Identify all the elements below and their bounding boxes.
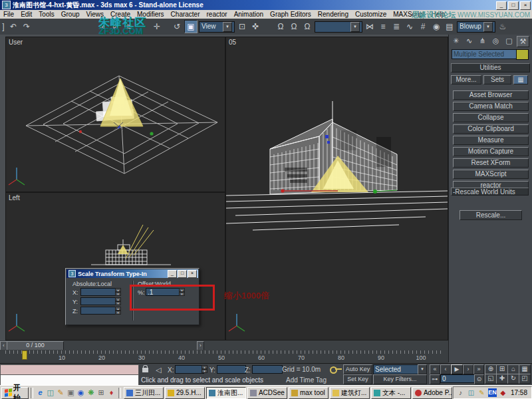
menu-rendering[interactable]: Rendering	[315, 11, 352, 18]
quicklaunch-media-icon[interactable]: ◉	[76, 388, 85, 398]
zoom-region-icon[interactable]: ◱	[485, 374, 497, 384]
percent-snap-icon[interactable]: Ω	[301, 21, 313, 33]
time-forward-icon[interactable]: ›	[197, 341, 204, 350]
layer-manager-icon[interactable]: ≣	[390, 21, 402, 33]
menu-create[interactable]: Create	[107, 11, 134, 18]
maximize-viewport-icon[interactable]: ◰	[519, 374, 531, 384]
key-mode-icon[interactable]: ⊶	[430, 374, 440, 384]
task-button-jianzhudeng[interactable]: 建筑灯...	[330, 387, 370, 399]
menu-views[interactable]: Views	[83, 11, 108, 18]
absolute-z-field[interactable]	[80, 307, 118, 315]
named-selection-dropdown[interactable]: ▼	[315, 21, 362, 33]
task-button-adobe[interactable]: Adobe P...	[412, 387, 452, 399]
quick-render-icon[interactable]: ♨	[497, 21, 509, 33]
more-button[interactable]: More...	[451, 75, 481, 84]
menu-graph-editors[interactable]: Graph Editors	[267, 11, 315, 18]
zoom-icon[interactable]: ⊕	[485, 364, 497, 374]
chevron-down-icon[interactable]: ▼	[223, 22, 232, 32]
add-time-tag[interactable]: Add Time Tag	[286, 376, 327, 384]
maximize-icon[interactable]: □	[508, 1, 519, 10]
z-coord-field[interactable]	[252, 365, 283, 374]
task-button-huainan-active[interactable]: 淮南图...	[206, 387, 246, 399]
maxscript-listener-macro[interactable]	[0, 364, 139, 375]
curve-editor-icon[interactable]: ∿	[404, 21, 416, 33]
camera-match-button[interactable]: Camera Match	[453, 102, 529, 111]
dialog-minimize-icon[interactable]: _	[168, 270, 177, 278]
render-type-dropdown[interactable]: Blowup ▼	[457, 21, 495, 33]
arc-rotate-icon[interactable]: ↻	[507, 374, 519, 384]
zoom-all-icon[interactable]: ⊞	[496, 364, 508, 374]
align-icon[interactable]: ≡	[377, 21, 389, 33]
menu-customize[interactable]: Customize	[352, 11, 390, 18]
create-tab-icon[interactable]: ✳	[450, 36, 462, 46]
go-to-end-icon[interactable]: »	[473, 364, 484, 374]
viewport-user[interactable]: User	[5, 37, 225, 192]
utilities-tab-icon[interactable]: ⚒	[517, 36, 529, 47]
task-button-29-5-h[interactable]: 29.5.H...	[165, 387, 205, 399]
minimize-icon[interactable]: _	[496, 1, 507, 10]
quicklaunch-alert-icon[interactable]: ♦	[107, 388, 116, 398]
absolute-y-field[interactable]	[80, 297, 118, 305]
menu-group[interactable]: Group	[58, 11, 83, 18]
dialog-close-icon[interactable]: ×	[188, 270, 197, 278]
quicklaunch-tools-icon[interactable]: ⊞	[97, 388, 106, 398]
motion-capture-button[interactable]: Motion Capture	[453, 147, 529, 156]
unlink-icon[interactable]: ⊘	[110, 21, 122, 33]
quicklaunch-ie-icon[interactable]: e	[36, 388, 45, 398]
select-manipulate-icon[interactable]: ✜	[249, 21, 261, 33]
zoom-extents-all-icon[interactable]: ▦	[519, 364, 531, 374]
angle-snap-icon[interactable]: Ω	[288, 21, 300, 33]
absolute-x-field[interactable]	[80, 288, 118, 296]
bind-spacewarp-icon[interactable]: ≋	[123, 21, 135, 33]
sets-button[interactable]: Sets	[483, 75, 511, 84]
quicklaunch-desktop-icon[interactable]: ◫	[46, 388, 55, 398]
material-editor-icon[interactable]: ◉	[430, 21, 442, 33]
chevron-down-icon[interactable]: ▼	[418, 364, 427, 374]
modify-tab-icon[interactable]: ∿	[464, 36, 475, 46]
play-icon[interactable]: ▶	[451, 364, 463, 374]
reference-coordsys-dropdown[interactable]: View ▼	[199, 21, 235, 33]
go-to-start-icon[interactable]: «	[430, 364, 440, 374]
time-config-icon[interactable]: ⊙	[474, 374, 484, 384]
track-bar-playhead[interactable]	[22, 350, 27, 360]
antivirus-icon[interactable]: ◆	[499, 388, 507, 397]
dialog-title-bar[interactable]: 3 Scale Transform Type-In _ □ ×	[66, 269, 198, 278]
dialog-maximize-icon[interactable]: □	[178, 270, 187, 278]
absolute-y-spinner[interactable]: ▴▾	[115, 297, 121, 305]
menu-modifiers[interactable]: Modifiers	[134, 11, 168, 18]
set-key-button[interactable]: Set Key	[343, 374, 372, 384]
mirror-icon[interactable]: ⋈	[364, 21, 376, 33]
key-filters-button[interactable]: Key Filters...	[373, 374, 427, 384]
quicklaunch-messenger-icon[interactable]: ❋	[86, 388, 95, 398]
viewport-camera-label[interactable]: 05	[229, 39, 236, 46]
toolbar-handle[interactable]: ]	[1, 21, 6, 33]
select-scale-icon[interactable]: ▣	[184, 20, 198, 33]
sets-list-icon[interactable]: ▦	[513, 75, 528, 84]
close-icon[interactable]: ×	[520, 1, 531, 10]
absolute-offset-mode-icon[interactable]: ◁	[156, 366, 161, 374]
next-frame-icon[interactable]: ›	[463, 364, 473, 374]
selection-name-field[interactable]: Multiple Selected	[452, 49, 517, 59]
render-scene-icon[interactable]: ▤	[444, 21, 456, 33]
selection-lock-icon[interactable]	[142, 368, 148, 372]
x-coord-field[interactable]	[175, 365, 204, 374]
language-indicator[interactable]: EN	[488, 388, 497, 397]
selected-dropdown[interactable]: Selected	[373, 364, 421, 374]
zoom-extents-icon[interactable]: ⌂	[507, 364, 519, 374]
menu-animation[interactable]: Animation	[231, 11, 267, 18]
y-coord-field[interactable]	[217, 365, 246, 374]
color-clipboard-button[interactable]: Color Clipboard	[453, 124, 529, 134]
pan-icon[interactable]: ✚	[496, 374, 508, 384]
select-rotate-icon[interactable]: ↺	[171, 21, 183, 33]
auto-key-button[interactable]: Auto Key	[343, 364, 372, 374]
menu-edit[interactable]: Edit	[17, 11, 35, 18]
viewport-user-label[interactable]: User	[9, 39, 23, 46]
asset-browser-button[interactable]: Asset Browser	[453, 90, 529, 100]
hierarchy-tab-icon[interactable]: ⋔	[477, 36, 488, 46]
rescale-rollout-header[interactable]: -Rescale World Units	[451, 188, 529, 196]
snap-toggle-icon[interactable]: Ω	[275, 21, 287, 33]
measure-button[interactable]: Measure	[453, 136, 529, 145]
network-icon[interactable]: ◫	[467, 388, 475, 397]
absolute-x-spinner[interactable]: ▴▾	[115, 288, 121, 296]
undo-icon[interactable]: ↶	[7, 21, 19, 33]
